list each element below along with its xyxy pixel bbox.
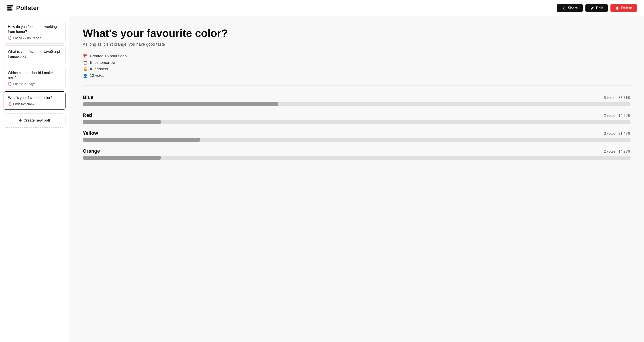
- sidebar-poll-4[interactable]: What's your favourite color? ⏰ Ends tomo…: [4, 91, 66, 110]
- delete-icon: [616, 6, 620, 10]
- option-block-2: Yellow3 votes · 21.43%: [83, 130, 630, 142]
- progress-bar-bg-1: [83, 120, 630, 124]
- progress-bar-bg-2: [83, 138, 630, 142]
- clock-icon: ⏰: [83, 61, 88, 65]
- sidebar-poll-2[interactable]: What is your favourite JavaScript framew…: [4, 46, 66, 65]
- option-block-3: Orange2 votes · 14.29%: [83, 148, 630, 160]
- progress-bar-fill-1: [83, 120, 161, 124]
- poll-card-title-4: What's your favourite color?: [8, 95, 61, 100]
- option-header-3: Orange2 votes · 14.29%: [83, 148, 630, 154]
- poll-info: 📅 Created 16 hours ago ⏰ Ends tomorrow 🔒…: [83, 54, 630, 86]
- clock-icon-1: ⏰: [8, 36, 12, 40]
- progress-bar-fill-3: [83, 156, 161, 160]
- poll-card-meta-3: ⏰ Ends in 27 days: [8, 82, 61, 86]
- clock-icon-3: ⏰: [8, 82, 12, 86]
- header-actions: Share Edit Delete: [557, 4, 637, 12]
- votes-text: 12 votes: [90, 73, 104, 78]
- progress-bar-bg-3: [83, 156, 630, 160]
- poll-card-title-3: Which course should I make next?: [8, 71, 61, 81]
- option-stats-2: 3 votes · 21.43%: [604, 132, 630, 136]
- poll-info-protection: 🔒 IP address: [83, 67, 630, 72]
- poll-card-meta-4: ⏰ Ends tomorrow: [8, 102, 61, 106]
- share-icon: [562, 6, 566, 10]
- delete-label: Delete: [621, 6, 632, 10]
- option-label-0: Blue: [83, 95, 94, 100]
- progress-bar-bg-0: [83, 102, 630, 106]
- sidebar-poll-3[interactable]: Which course should I make next? ⏰ Ends …: [4, 67, 66, 90]
- sidebar-poll-1[interactable]: How do you feel about working from home?…: [4, 21, 66, 44]
- share-button[interactable]: Share: [557, 4, 582, 12]
- poll-card-title-2: What is your favourite JavaScript framew…: [8, 49, 61, 59]
- header: Pollster Share Edit Delete: [0, 0, 644, 16]
- poll-info-created: 📅 Created 16 hours ago: [83, 54, 630, 59]
- created-text: Created 16 hours ago: [90, 54, 126, 58]
- logo: Pollster: [7, 5, 39, 12]
- option-stats-3: 2 votes · 14.29%: [604, 150, 630, 154]
- share-label: Share: [568, 6, 578, 10]
- lock-icon: 🔒: [83, 67, 88, 72]
- poll-subtitle: As long as it isn't orange, you have goo…: [83, 42, 630, 47]
- protection-text: IP address: [90, 67, 108, 71]
- main-content: What's your favourite color? As long as …: [69, 16, 644, 342]
- create-poll-button[interactable]: + Create new poll: [4, 114, 66, 128]
- logo-icon: [7, 5, 14, 11]
- edit-icon: [590, 6, 594, 10]
- option-label-2: Yellow: [83, 130, 98, 136]
- calendar-icon: 📅: [83, 54, 88, 59]
- layout: How do you feel about working from home?…: [0, 16, 644, 342]
- option-block-1: Red2 votes · 14.29%: [83, 112, 630, 124]
- sidebar: How do you feel about working from home?…: [0, 16, 69, 342]
- ends-text: Ends tomorrow: [90, 61, 116, 65]
- edit-label: Edit: [596, 6, 603, 10]
- option-label-3: Orange: [83, 148, 100, 154]
- clock-icon-4: ⏰: [8, 102, 12, 106]
- poll-info-votes: 👤 12 votes: [83, 73, 630, 78]
- option-stats-1: 2 votes · 14.29%: [604, 114, 630, 118]
- progress-bar-fill-2: [83, 138, 200, 142]
- logo-text: Pollster: [16, 5, 39, 12]
- poll-card-meta-1: ⏰ Ended 22 hours ago: [8, 36, 61, 40]
- poll-card-title-1: How do you feel about working from home?: [8, 25, 61, 35]
- option-header-0: Blue5 votes · 35.71%: [83, 95, 630, 100]
- progress-bar-fill-0: [83, 102, 278, 106]
- poll-title: What's your favourite color?: [83, 27, 630, 40]
- option-header-2: Yellow3 votes · 21.43%: [83, 130, 630, 136]
- option-label-1: Red: [83, 112, 92, 118]
- option-block-0: Blue5 votes · 35.71%: [83, 95, 630, 106]
- poll-info-ends: ⏰ Ends tomorrow: [83, 61, 630, 65]
- option-header-1: Red2 votes · 14.29%: [83, 112, 630, 118]
- options-container: Blue5 votes · 35.71%Red2 votes · 14.29%Y…: [83, 95, 630, 160]
- user-icon: 👤: [83, 73, 88, 78]
- edit-button[interactable]: Edit: [586, 4, 608, 12]
- plus-icon: +: [19, 118, 22, 123]
- create-poll-label: Create new poll: [24, 118, 50, 122]
- option-stats-0: 5 votes · 35.71%: [604, 96, 630, 100]
- delete-button[interactable]: Delete: [610, 4, 637, 12]
